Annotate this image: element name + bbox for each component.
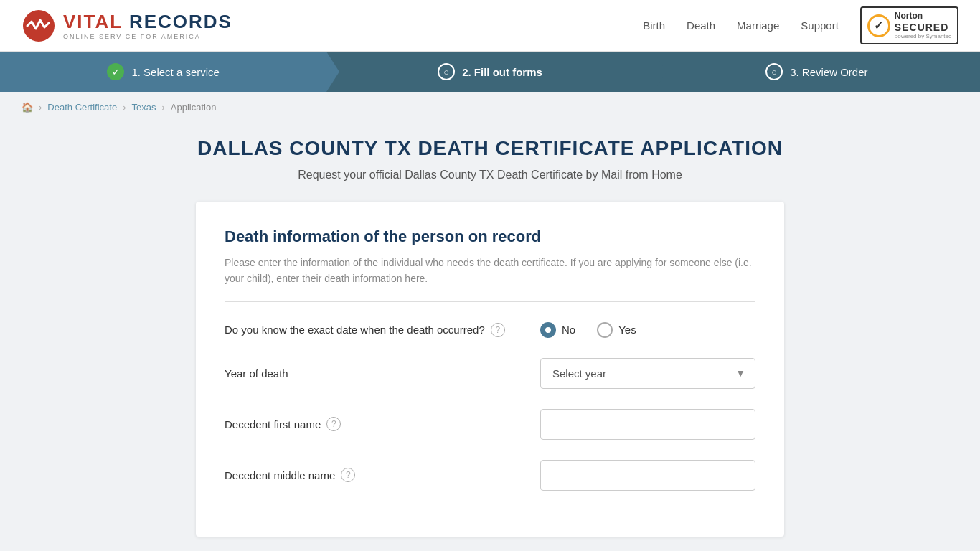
logo-icon xyxy=(22,9,56,43)
radio-yes-label: Yes xyxy=(618,324,636,336)
form-section-desc: Please enter the information of the indi… xyxy=(225,255,755,287)
page-subtitle: Request your official Dallas County TX D… xyxy=(196,169,784,182)
nav-marriage[interactable]: Marriage xyxy=(737,19,779,32)
first-name-row: Decedent first name ? xyxy=(225,409,755,440)
breadcrumb-death-cert[interactable]: Death Certificate xyxy=(47,102,117,113)
form-divider xyxy=(225,301,755,302)
radio-no-label: No xyxy=(562,324,575,336)
nav-birth[interactable]: Birth xyxy=(643,19,665,32)
form-card: Death information of the person on recor… xyxy=(196,202,784,537)
first-name-help-icon[interactable]: ? xyxy=(326,417,341,431)
year-select-container: Select year20242023202220212020201920182… xyxy=(540,358,755,389)
nav-support[interactable]: Support xyxy=(801,19,839,32)
breadcrumb-sep-3: › xyxy=(161,102,164,113)
breadcrumb-application: Application xyxy=(171,102,217,113)
page-title: DALLAS COUNTY TX DEATH CERTIFICATE APPLI… xyxy=(196,137,784,160)
logo-records-text: RECORDS xyxy=(129,11,232,32)
middle-name-help-icon[interactable]: ? xyxy=(341,468,355,482)
radio-yes-option[interactable]: Yes xyxy=(597,322,636,338)
exact-date-help-icon[interactable]: ? xyxy=(491,323,505,337)
middle-name-row: Decedent middle name ? xyxy=(225,460,755,491)
breadcrumb-texas[interactable]: Texas xyxy=(132,102,156,113)
logo-area: VITAL RECORDS ONLINE SERVICE FOR AMERICA xyxy=(22,9,232,43)
step2-icon: ○ xyxy=(438,63,455,80)
nav-death[interactable]: Death xyxy=(687,19,715,32)
year-of-death-select[interactable]: Select year20242023202220212020201920182… xyxy=(540,358,755,389)
year-of-death-row: Year of death Select year202420232022202… xyxy=(225,358,755,389)
logo-text: VITAL RECORDS ONLINE SERVICE FOR AMERICA xyxy=(63,11,232,40)
norton-powered-label: powered by Symantec xyxy=(895,33,951,40)
form-section-title: Death information of the person on recor… xyxy=(225,227,755,246)
step1-icon: ✓ xyxy=(107,63,124,80)
first-name-input[interactable] xyxy=(540,409,755,440)
norton-badge: ✓ Norton SECURED powered by Symantec xyxy=(860,6,958,44)
breadcrumb: 🏠 › Death Certificate › Texas › Applicat… xyxy=(0,92,980,123)
radio-no-circle xyxy=(540,322,556,338)
first-name-input-wrapper xyxy=(540,409,755,440)
first-name-label: Decedent first name ? xyxy=(225,417,526,431)
middle-name-input-wrapper xyxy=(540,460,755,491)
exact-date-radio-group: No Yes xyxy=(540,322,755,338)
step3-icon: ○ xyxy=(765,63,783,80)
step2-label: 2. Fill out forms xyxy=(462,66,542,78)
header: VITAL RECORDS ONLINE SERVICE FOR AMERICA… xyxy=(0,0,980,52)
exact-date-label: Do you know the exact date when the deat… xyxy=(225,323,526,337)
progress-step-1: ✓ 1. Select a service xyxy=(0,52,326,92)
radio-no-option[interactable]: No xyxy=(540,322,575,338)
logo-subtext: ONLINE SERVICE FOR AMERICA xyxy=(63,33,232,40)
step3-label: 3. Review Order xyxy=(790,66,867,78)
main-content: DALLAS COUNTY TX DEATH CERTIFICATE APPLI… xyxy=(182,137,798,537)
progress-step-2: ○ 2. Fill out forms xyxy=(326,52,653,92)
progress-bar: ✓ 1. Select a service ○ 2. Fill out form… xyxy=(0,52,980,92)
year-select-wrapper: Select year20242023202220212020201920182… xyxy=(540,358,755,389)
radio-yes-circle xyxy=(597,322,613,338)
middle-name-label: Decedent middle name ? xyxy=(225,468,526,482)
exact-date-row: Do you know the exact date when the deat… xyxy=(225,322,755,338)
main-nav: Birth Death Marriage Support ✓ Norton SE… xyxy=(643,6,958,44)
progress-step-3: ○ 3. Review Order xyxy=(654,52,980,92)
middle-name-input[interactable] xyxy=(540,460,755,491)
breadcrumb-sep-1: › xyxy=(39,102,42,113)
logo-vital-text: VITAL xyxy=(63,11,123,32)
step1-label: 1. Select a service xyxy=(131,66,220,78)
breadcrumb-home[interactable]: 🏠 xyxy=(22,102,33,113)
year-of-death-label: Year of death xyxy=(225,367,526,380)
norton-top-label: Norton xyxy=(895,11,951,21)
breadcrumb-sep-2: › xyxy=(123,102,126,113)
norton-check-icon: ✓ xyxy=(867,14,890,37)
norton-secured-label: SECURED xyxy=(895,22,951,34)
